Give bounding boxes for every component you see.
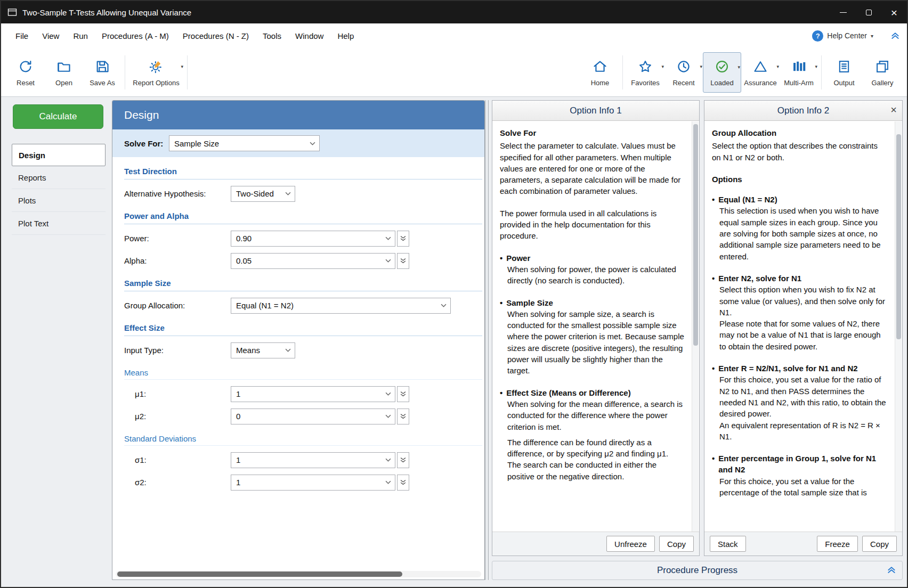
bullet-text: The difference can be found directly as … bbox=[507, 437, 684, 482]
mu1-value: 1 bbox=[236, 389, 240, 398]
toolbar-open-button[interactable]: Open bbox=[45, 52, 83, 93]
mu1-list-button[interactable] bbox=[397, 386, 409, 402]
design-panel-title: Design bbox=[112, 101, 484, 129]
toolbar-home-button[interactable]: Home bbox=[581, 52, 619, 93]
chevron-down-icon bbox=[385, 236, 391, 240]
unfreeze-button[interactable]: Unfreeze bbox=[606, 536, 655, 552]
mu2-label: μ2: bbox=[124, 412, 231, 421]
vertical-scrollbar[interactable] bbox=[692, 121, 699, 532]
chevron-down-icon[interactable]: ▾ bbox=[776, 64, 779, 69]
toolbar-save-as-label: Save As bbox=[90, 79, 115, 87]
maximize-button[interactable] bbox=[856, 1, 881, 23]
sigma2-combo[interactable]: 1 bbox=[231, 475, 395, 491]
toolbar-recent-label: Recent bbox=[672, 79, 694, 87]
copy-button[interactable]: Copy bbox=[862, 536, 897, 552]
bullet-title: Enter N2, solve for N1 bbox=[718, 273, 801, 284]
toolbar-loaded-button[interactable]: Loaded ▾ bbox=[703, 52, 741, 93]
group-allocation-select[interactable]: Equal (N1 = N2) bbox=[231, 298, 451, 314]
toolbar-report-options-button[interactable]: Report Options ▾ bbox=[128, 52, 184, 93]
save-as-icon bbox=[95, 58, 110, 76]
chevron-down-icon[interactable]: ▾ bbox=[737, 64, 740, 70]
toolbar-separator bbox=[821, 55, 822, 89]
chevron-down-icon[interactable]: ▾ bbox=[871, 33, 873, 39]
horizontal-scrollbar[interactable] bbox=[116, 571, 481, 577]
chevron-down-icon[interactable]: ▾ bbox=[181, 64, 183, 69]
power-list-button[interactable] bbox=[397, 231, 409, 247]
collapse-toolbar-button[interactable] bbox=[891, 32, 899, 39]
copy-button[interactable]: Copy bbox=[659, 536, 694, 552]
toolbar-gallery-button[interactable]: Gallery bbox=[863, 52, 902, 93]
menu-window[interactable]: Window bbox=[288, 28, 330, 44]
procedure-progress-bar[interactable]: Procedure Progress bbox=[492, 561, 903, 580]
freeze-button[interactable]: Freeze bbox=[817, 536, 858, 552]
sidebar-tab-plots[interactable]: Plots bbox=[12, 189, 106, 212]
titlebar: Two-Sample T-Tests Allowing Unequal Vari… bbox=[1, 1, 907, 23]
vertical-scrollbar[interactable] bbox=[895, 121, 902, 532]
toolbar-multi-arm-button[interactable]: Multi-Arm ▾ bbox=[780, 52, 818, 93]
vertical-scrollbar-thumb[interactable] bbox=[693, 124, 698, 346]
toolbar-favorites-button[interactable]: Favorites ▾ bbox=[626, 52, 664, 93]
menu-run[interactable]: Run bbox=[66, 28, 95, 44]
section-heading-power-alpha: Power and Alpha bbox=[124, 211, 482, 224]
bullet-text: For this choice, you set a value for the… bbox=[719, 476, 887, 499]
collapse-progress-icon[interactable] bbox=[887, 566, 896, 574]
calculate-button[interactable]: Calculate bbox=[13, 104, 103, 129]
help-icon[interactable]: ? bbox=[812, 30, 823, 42]
panel-splitter[interactable] bbox=[485, 100, 489, 580]
sigma2-list-button[interactable] bbox=[397, 475, 409, 491]
menu-help[interactable]: Help bbox=[330, 28, 361, 44]
sidebar-tab-design[interactable]: Design bbox=[12, 144, 106, 166]
solve-for-select[interactable]: Sample Size bbox=[169, 135, 320, 151]
toolbar-recent-button[interactable]: Recent ▾ bbox=[664, 52, 703, 93]
sidebar-tab-reports[interactable]: Reports bbox=[12, 166, 106, 189]
menu-file[interactable]: File bbox=[9, 28, 35, 44]
info-bullet: •Effect Size (Means or Difference) When … bbox=[500, 387, 684, 482]
info-heading: Options bbox=[712, 174, 887, 185]
minimize-button[interactable] bbox=[830, 1, 856, 23]
horizontal-scrollbar-thumb[interactable] bbox=[117, 571, 402, 577]
bullet-title: Enter R = N2/N1, solve for N1 and N2 bbox=[718, 363, 857, 374]
bullet-icon: • bbox=[500, 297, 502, 308]
menu-procedures-a-m[interactable]: Procedures (A - M) bbox=[95, 28, 176, 44]
menu-view[interactable]: View bbox=[35, 28, 66, 44]
mu2-value: 0 bbox=[236, 412, 240, 421]
mu1-combo[interactable]: 1 bbox=[231, 386, 395, 402]
chevron-down-icon[interactable]: ▾ bbox=[815, 64, 817, 69]
menu-procedures-n-z[interactable]: Procedures (N - Z) bbox=[176, 28, 256, 44]
info-panels-row: Option Info 1 Solve For Select the param… bbox=[492, 100, 903, 556]
solve-for-label: Solve For: bbox=[124, 139, 169, 148]
chevron-down-icon[interactable]: ▾ bbox=[661, 64, 664, 69]
mu2-combo[interactable]: 0 bbox=[231, 409, 395, 424]
toolbar-multi-arm-label: Multi-Arm bbox=[784, 79, 814, 87]
alpha-combo[interactable]: 0.05 bbox=[231, 253, 395, 269]
info-paragraph: Select the option that describes the con… bbox=[712, 140, 887, 163]
alpha-list-button[interactable] bbox=[397, 253, 409, 269]
info-heading: Solve For bbox=[500, 127, 684, 138]
toolbar-assurance-button[interactable]: Assurance ▾ bbox=[741, 52, 780, 93]
menu-tools[interactable]: Tools bbox=[256, 28, 288, 44]
sidebar-tabs: Design Reports Plots Plot Text bbox=[5, 144, 112, 235]
close-icon[interactable]: × bbox=[890, 104, 897, 115]
stack-button[interactable]: Stack bbox=[710, 536, 746, 552]
sigma1-list-button[interactable] bbox=[397, 452, 409, 468]
favorites-star-icon bbox=[638, 58, 653, 76]
procedure-progress-label: Procedure Progress bbox=[657, 565, 737, 576]
toolbar-output-button[interactable]: Output bbox=[825, 52, 863, 93]
option-info-2-header: Option Info 2 × bbox=[704, 101, 902, 121]
sigma1-combo[interactable]: 1 bbox=[231, 452, 395, 468]
option-info-1-title: Option Info 1 bbox=[570, 105, 621, 116]
group-allocation-label: Group Allocation: bbox=[124, 301, 231, 310]
close-button[interactable]: × bbox=[881, 1, 907, 23]
sidebar-tab-plot-text[interactable]: Plot Text bbox=[12, 212, 106, 235]
toolbar-reset-button[interactable]: Reset bbox=[6, 52, 45, 93]
vertical-scrollbar-thumb[interactable] bbox=[896, 134, 901, 339]
alternative-hypothesis-select[interactable]: Two-Sided bbox=[231, 186, 295, 202]
power-combo[interactable]: 0.90 bbox=[231, 231, 395, 247]
toolbar-save-as-button[interactable]: Save As bbox=[83, 52, 121, 93]
minimize-icon bbox=[840, 12, 847, 13]
help-center-label[interactable]: Help Center bbox=[827, 31, 867, 40]
option-info-1-body: Solve For Select the parameter to calcul… bbox=[492, 121, 699, 532]
input-type-select[interactable]: Means bbox=[231, 342, 295, 358]
mu2-list-button[interactable] bbox=[397, 409, 409, 424]
chevron-down-icon[interactable]: ▾ bbox=[700, 64, 702, 69]
